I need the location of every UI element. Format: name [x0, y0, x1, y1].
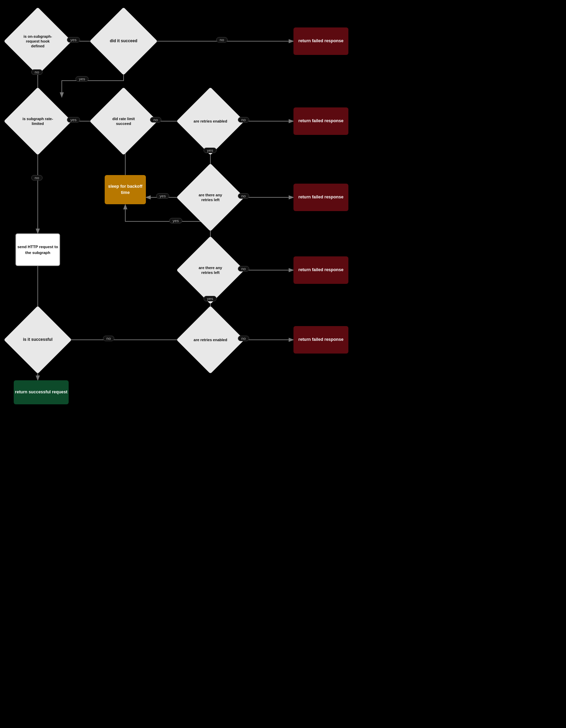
label-no-left1-failed3: no [238, 193, 249, 199]
diamond-retries-enabled-1: are retries enabled [186, 97, 234, 145]
label-no-hook-ratelimited: no [31, 69, 43, 75]
label-yes-retries2-left2: yes [204, 296, 217, 301]
rect-sleep: sleep for backoff time [105, 175, 146, 204]
label-no-ratelimited-send: no [31, 175, 43, 181]
label-no-ratelimit-retries: no [150, 117, 161, 123]
label-no-retries2-failed5: no [238, 336, 249, 341]
diamond-rate-limited: is subgraph rate-limited [14, 97, 62, 145]
label-yes-left2-sleep: yes [169, 218, 182, 223]
diamond-hook-defined: is on-subgraph-request hook defined [14, 17, 62, 65]
diamond-retries-enabled-2: are retries enabled [186, 316, 234, 364]
rect-send-http: send HTTP request to the subgraph [15, 233, 60, 266]
diamond-rate-limit-succeed: did rate limit succeed [100, 97, 148, 145]
rect-failed-5: return failed response [293, 326, 348, 354]
label-yes-retries-left1: yes [204, 148, 217, 153]
label-yes-ratelimited-succeed: yes [67, 117, 80, 123]
label-no-left2-failed4: no [238, 266, 249, 271]
label-yes-hook-succeed: yes [67, 37, 80, 43]
rect-failed-1: return failed response [293, 27, 348, 55]
diamond-retries-left-1: are there any retries left [186, 173, 234, 221]
flowchart-svg [0, 0, 566, 728]
rect-failed-4: return failed response [293, 256, 348, 284]
rect-failed-2: return failed response [293, 107, 348, 135]
rect-success: return successful request [14, 380, 69, 404]
label-no-successful-retries2: no [103, 336, 114, 341]
label-yes-left1-sleep: yes [156, 193, 169, 199]
diamond-retries-left-2: are there any retries left [186, 246, 234, 294]
diamond-did-succeed: did it succeed [100, 17, 148, 65]
label-no-retries-failed2: no [238, 117, 249, 123]
main-canvas: is on-subgraph-request hook defined did … [0, 0, 566, 728]
label-no-succeed-failed1: no [216, 37, 228, 43]
diamond-is-successful: is it successful [14, 316, 62, 364]
label-yes-succeed-back: yes [76, 76, 89, 82]
rect-failed-3: return failed response [293, 184, 348, 211]
